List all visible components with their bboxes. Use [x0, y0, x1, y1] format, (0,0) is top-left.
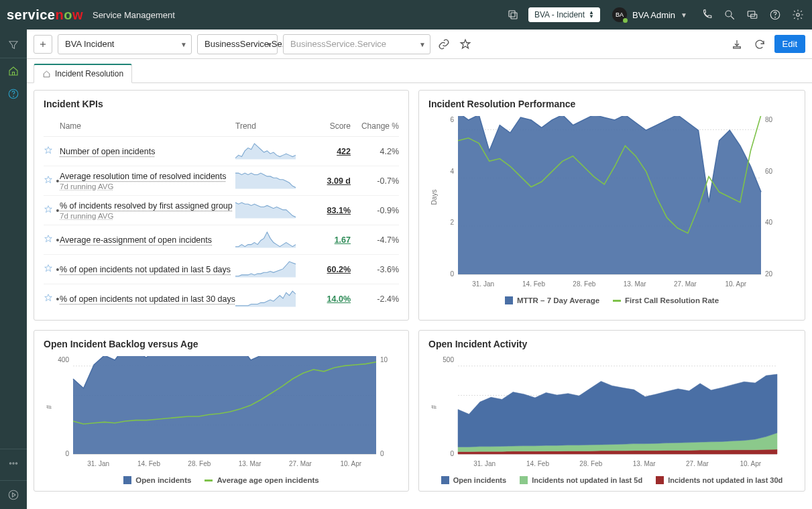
filter-nav-icon[interactable] [3, 35, 24, 55]
svg-point-8 [797, 13, 800, 17]
sparkline [235, 259, 296, 278]
left-rail [0, 30, 27, 509]
svg-line-3 [731, 16, 734, 19]
link-icon[interactable] [436, 36, 452, 52]
svg-text:10. Apr: 10. Apr [340, 460, 361, 467]
svg-text:27. Mar: 27. Mar [674, 280, 697, 288]
kpi-link[interactable]: % of incidents resolved by first assigne… [60, 201, 233, 211]
kpi-row[interactable]: Number of open incidents4224.2% [44, 137, 399, 166]
card-title: Open Incident Activity [428, 339, 795, 349]
card-title: Incident Resolution Performance [428, 99, 795, 109]
kpi-row[interactable]: •% of open incidents not updated in last… [44, 255, 399, 284]
more-nav-icon[interactable] [3, 453, 24, 473]
copy-icon[interactable] [506, 7, 520, 22]
kpi-row[interactable]: •Average re-assignment of open incidents… [44, 225, 399, 255]
user-menu[interactable]: BA BVA Admin ▼ [608, 6, 691, 23]
svg-text:13. Mar: 13. Mar [633, 460, 656, 467]
tab-label: Incident Resolution [55, 69, 123, 78]
search-icon[interactable] [722, 7, 737, 22]
kpi-score[interactable]: 14.0% [302, 294, 351, 304]
kpi-score[interactable]: 3.09 d [302, 176, 351, 186]
kpi-change: -0.7% [351, 176, 399, 186]
svg-rect-1 [509, 11, 515, 17]
sort-icon: ▲▼ [589, 11, 594, 19]
help-icon[interactable] [768, 7, 782, 22]
sparkline [235, 229, 296, 248]
backlog-chart[interactable]: 31. Jan14. Feb28. Feb13. Mar27. Mar10. A… [44, 356, 399, 470]
tab-incident-resolution[interactable]: Incident Resolution [34, 64, 132, 83]
svg-point-2 [726, 11, 732, 17]
svg-text:0: 0 [65, 450, 69, 457]
add-button[interactable] [34, 35, 52, 54]
kpi-row[interactable]: •% of incidents resolved by first assign… [44, 196, 399, 225]
star-icon[interactable] [44, 205, 53, 216]
svg-point-14 [9, 490, 18, 500]
kpi-change: -3.6% [351, 265, 399, 274]
svg-text:10. Apr: 10. Apr [725, 280, 746, 288]
activity-chart[interactable]: 31. Jan14. Feb28. Feb13. Mar27. Mar10. A… [428, 356, 784, 470]
chevron-down-icon: ▼ [419, 40, 426, 48]
kpi-sub: 7d running AVG [60, 182, 235, 190]
svg-text:#: # [46, 405, 53, 409]
chevron-down-icon: ▼ [180, 40, 187, 48]
svg-text:40: 40 [765, 219, 773, 226]
kpi-score[interactable]: 422 [302, 147, 351, 156]
edit-button[interactable]: Edit [774, 35, 805, 53]
svg-text:13. Mar: 13. Mar [624, 280, 647, 288]
refresh-icon[interactable] [752, 36, 768, 52]
phone-icon[interactable] [699, 7, 714, 22]
kpi-score[interactable]: 1.67 [302, 235, 351, 245]
top-banner: servicenow Service Management BVA - Inci… [0, 0, 812, 30]
chat-icon[interactable] [745, 7, 760, 22]
star-icon[interactable] [457, 36, 473, 52]
svg-text:#: # [430, 405, 438, 409]
svg-point-7 [775, 17, 776, 17]
gear-icon[interactable] [791, 7, 805, 22]
svg-point-10 [13, 96, 14, 97]
svg-text:6: 6 [450, 116, 454, 123]
breadcrumb-2[interactable]: BusinessService.Se...▼ [197, 34, 278, 54]
svg-text:31. Jan: 31. Jan [473, 460, 496, 467]
kpi-change: 4.2% [351, 147, 399, 156]
svg-text:28. Feb: 28. Feb [573, 280, 595, 288]
context-picker[interactable]: BVA - Incident ▲▼ [528, 7, 600, 22]
context-label: BVA - Incident [534, 10, 585, 19]
star-icon[interactable] [44, 175, 53, 186]
svg-text:20: 20 [765, 270, 773, 278]
kpi-score[interactable]: 83.1% [302, 206, 351, 215]
svg-rect-4 [748, 11, 755, 17]
star-icon[interactable] [44, 293, 53, 304]
kpi-link[interactable]: Average resolution time of resolved inci… [60, 172, 227, 181]
performance-chart[interactable]: 31. Jan14. Feb28. Feb13. Mar27. Mar10. A… [428, 116, 784, 290]
breadcrumb-3[interactable]: BusinessService.Service▼ [283, 34, 430, 54]
product-logo: servicenow [7, 7, 83, 23]
kpi-row[interactable]: •% of open incidents not updated in last… [44, 284, 399, 313]
svg-text:10: 10 [380, 356, 388, 363]
kpi-row[interactable]: •Average resolution time of resolved inc… [44, 166, 399, 196]
kpi-header: Name Trend Score Change % [44, 116, 399, 137]
card-backlog: Open Incident Backlog versus Age 31. Jan… [34, 330, 409, 492]
dashboard-scroll[interactable]: Incident KPIs Name Trend Score Change % … [27, 83, 812, 509]
kpi-link[interactable]: % of open incidents not updated in last … [60, 294, 235, 304]
svg-text:31. Jan: 31. Jan [87, 460, 109, 467]
breadcrumb-1[interactable]: BVA Incident▼ [58, 34, 192, 54]
svg-text:28. Feb: 28. Feb [579, 460, 602, 467]
kpi-score[interactable]: 60.2% [302, 265, 351, 274]
star-icon[interactable] [44, 146, 53, 157]
help-nav-icon[interactable] [3, 84, 24, 104]
tab-bar: Incident Resolution [27, 59, 812, 83]
legend: Open incidents Incidents not updated in … [428, 476, 795, 484]
kpi-link[interactable]: Average re-assignment of open incidents [60, 235, 212, 245]
play-nav-icon[interactable] [3, 485, 24, 505]
svg-rect-0 [511, 13, 517, 19]
chevron-down-icon: ▼ [266, 40, 273, 48]
kpi-link[interactable]: Number of open incidents [60, 147, 155, 156]
kpi-link[interactable]: % of open incidents not updated in last … [60, 265, 231, 274]
star-icon[interactable] [44, 234, 53, 245]
svg-text:400: 400 [58, 356, 69, 363]
svg-text:27. Mar: 27. Mar [289, 460, 312, 467]
home-nav-icon[interactable] [3, 61, 24, 81]
star-icon[interactable] [44, 264, 53, 275]
download-icon[interactable] [729, 36, 745, 52]
svg-point-13 [15, 463, 17, 464]
